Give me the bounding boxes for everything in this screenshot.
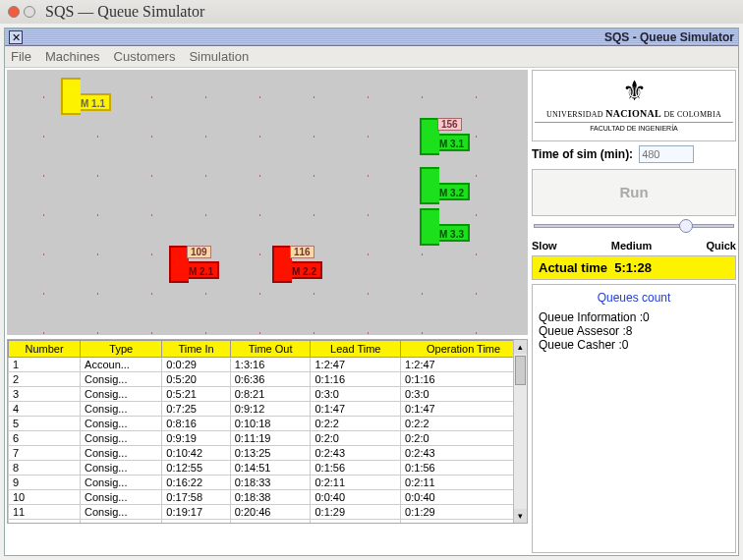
table-row[interactable]: 7Consig...0:10:420:13:250:2:430:2:43 (9, 446, 527, 461)
table-cell: Consig... (81, 372, 162, 387)
table-cell: 0:9:12 (230, 402, 311, 417)
window-minimize-button[interactable] (24, 6, 35, 18)
table-row[interactable]: 9Consig...0:16:220:18:330:2:110:2:11 (9, 476, 527, 490)
table-cell: 1:21:46 (230, 520, 311, 525)
university-name: UNIVERSIDAD NACIONAL DE COLOMBIA (535, 108, 733, 120)
col-time-in[interactable]: Time In (162, 341, 230, 358)
table-row[interactable]: 2Consig...0:5:200:6:360:1:160:1:16 (9, 372, 527, 387)
menu-file[interactable]: File (11, 49, 31, 64)
queues-title: Queues count (539, 291, 729, 305)
table-cell: 0:1:29 (311, 505, 401, 520)
table-cell: 0:1:56 (311, 461, 401, 476)
right-column: ⚜ UNIVERSIDAD NACIONAL DE COLOMBIA FACUL… (530, 68, 738, 555)
table-row[interactable]: 11Consig...0:19:170:20:460:1:290:1:29 (9, 505, 527, 520)
table-cell: 3 (9, 387, 81, 402)
table-row[interactable]: 10Consig...0:17:580:18:380:0:400:0:40 (9, 490, 527, 505)
window-title: SQS — Queue Simulator (45, 3, 204, 21)
table-cell: 0:8:21 (230, 387, 311, 402)
logo-panel: ⚜ UNIVERSIDAD NACIONAL DE COLOMBIA FACUL… (532, 70, 736, 141)
machine-label: M 3.1 (439, 139, 464, 149)
table-row[interactable]: 12Accoun...0:19:341:21:461:2:121:1:45 (9, 520, 527, 525)
machine-m3-1[interactable]: 156 M 3.1 (420, 134, 470, 151)
table-cell: 0:0:40 (311, 490, 401, 505)
machine-m2-1[interactable]: 109 M 2.1 (169, 261, 219, 279)
table-cell: 1:2:47 (401, 358, 527, 372)
table-cell: Consig... (81, 417, 162, 431)
col-lead-time[interactable]: Lead Time (311, 341, 401, 358)
table-cell: Accoun... (81, 520, 162, 525)
machine-m1-1[interactable]: M 1.1 (61, 93, 111, 111)
table-cell: 0:5:21 (162, 387, 230, 402)
scroll-thumb[interactable] (515, 356, 526, 385)
table-cell: Consig... (81, 476, 162, 490)
col-type[interactable]: Type (81, 341, 162, 358)
scroll-down-arrow-icon[interactable]: ▾ (514, 509, 527, 523)
time-of-sim-input[interactable] (639, 145, 694, 163)
table-row[interactable]: 5Consig...0:8:160:10:180:2:20:2:2 (9, 417, 527, 431)
table-cell: Consig... (81, 446, 162, 461)
inner-title: SQS - Queue Simulator (604, 30, 734, 44)
col-operation-time[interactable]: Operation Time (401, 341, 527, 358)
table-cell: 0:11:19 (230, 431, 311, 446)
table-cell: 0:3:0 (401, 387, 527, 402)
machine-m3-3[interactable]: M 3.3 (420, 224, 470, 242)
machine-m2-2[interactable]: 116 M 2.2 (272, 261, 322, 279)
table-row[interactable]: 1Accoun...0:0:291:3:161:2:471:2:47 (9, 358, 527, 372)
table-cell: 0:6:36 (230, 372, 311, 387)
table-cell: 6 (9, 431, 81, 446)
table-cell: 4 (9, 402, 81, 417)
table-cell: 0:0:29 (162, 358, 230, 372)
inner-close-button[interactable]: ✕ (9, 30, 23, 44)
table-cell: 0:1:16 (311, 372, 401, 387)
table-cell: 9 (9, 476, 81, 490)
table-cell: 11 (9, 505, 81, 520)
run-button[interactable]: Run (532, 169, 736, 216)
table-scrollbar[interactable]: ▴ ▾ (513, 340, 527, 523)
content-area: M 1.1 109 M 2.1 116 M 2.2 156 M 3.1 M 3.… (5, 68, 738, 555)
time-of-sim-label: Time of sim (min): (532, 147, 633, 161)
table-row[interactable]: 4Consig...0:7:250:9:120:1:470:1:47 (9, 402, 527, 417)
ticket-156: 156 (437, 118, 462, 131)
table-cell: 0:2:11 (311, 476, 401, 490)
speed-slider-thumb[interactable] (679, 219, 693, 233)
table-cell: Consig... (81, 431, 162, 446)
ticket-109: 109 (187, 246, 211, 258)
table-row[interactable]: 8Consig...0:12:550:14:510:1:560:1:56 (9, 461, 527, 476)
menu-machines[interactable]: Machines (45, 49, 100, 64)
table-cell: 0:10:42 (162, 446, 230, 461)
speed-slow-label: Slow (532, 240, 557, 252)
table-cell: 0:2:43 (311, 446, 401, 461)
speed-slider[interactable] (534, 224, 734, 228)
menu-customers[interactable]: Customers (114, 49, 176, 64)
machine-label: M 2.1 (189, 266, 213, 277)
university-crest-icon: ⚜ (535, 75, 733, 108)
table-cell: 8 (9, 461, 81, 476)
actual-time-panel: Actual time 5:1:28 (532, 255, 736, 280)
table-cell: 0:19:17 (162, 505, 230, 520)
queues-panel: Queues count Queue Information :0 Queue … (532, 284, 736, 553)
table-cell: Consig... (81, 505, 162, 520)
table-cell: 10 (9, 490, 81, 505)
table-cell: 1:2:12 (311, 520, 401, 525)
menu-simulation[interactable]: Simulation (189, 49, 249, 64)
table-row[interactable]: 3Consig...0:5:210:8:210:3:00:3:0 (9, 387, 527, 402)
table-cell: 1 (9, 358, 81, 372)
table-cell: 1:3:16 (230, 358, 311, 372)
window-close-button[interactable] (8, 6, 20, 18)
simulation-canvas[interactable]: M 1.1 109 M 2.1 116 M 2.2 156 M 3.1 M 3.… (7, 70, 528, 335)
col-number[interactable]: Number (9, 341, 81, 358)
machine-label: M 2.2 (292, 266, 316, 277)
machine-m3-2[interactable]: M 3.2 (420, 183, 470, 200)
table-cell: 0:2:43 (401, 446, 527, 461)
table-cell: 0:3:0 (311, 387, 401, 402)
table-cell: 0:1:47 (401, 402, 527, 417)
table-cell: 2 (9, 372, 81, 387)
table-cell: 0:1:29 (401, 505, 527, 520)
table-cell: 0:2:2 (311, 417, 401, 431)
table-cell: 0:7:25 (162, 402, 230, 417)
table-cell: 0:16:22 (162, 476, 230, 490)
scroll-up-arrow-icon[interactable]: ▴ (514, 340, 527, 354)
table-row[interactable]: 6Consig...0:9:190:11:190:2:00:2:0 (9, 431, 527, 446)
faculty-name: FACULTAD DE INGENIERÍA (535, 122, 733, 133)
col-time-out[interactable]: Time Out (230, 341, 311, 358)
